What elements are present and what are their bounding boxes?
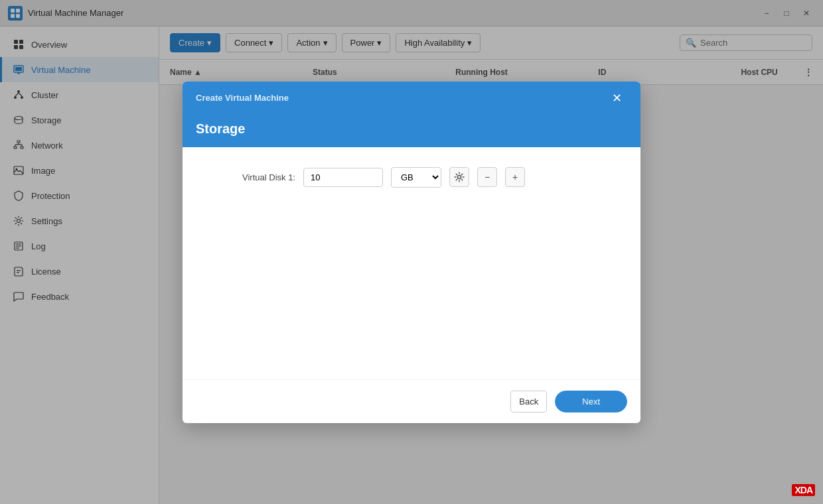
next-button[interactable]: Next bbox=[555, 391, 627, 412]
create-vm-modal: Create Virtual Machine ✕ Storage Virtual… bbox=[183, 82, 640, 423]
svg-point-33 bbox=[458, 176, 461, 179]
disk-unit-select[interactable]: GB MB TB bbox=[391, 167, 441, 188]
disk-remove-button[interactable]: − bbox=[477, 167, 497, 187]
modal-overlay: Create Virtual Machine ✕ Storage Virtual… bbox=[0, 0, 823, 504]
modal-header: Create Virtual Machine ✕ bbox=[183, 82, 640, 115]
modal-close-button[interactable]: ✕ bbox=[607, 90, 627, 107]
back-button[interactable]: Back bbox=[510, 391, 547, 412]
disk-size-input[interactable] bbox=[303, 168, 383, 187]
modal-footer: Back Next bbox=[183, 379, 640, 423]
watermark-logo: XDA bbox=[792, 484, 815, 496]
disk-add-button[interactable]: + bbox=[505, 167, 525, 187]
watermark: XDA bbox=[792, 484, 815, 496]
disk-settings-button[interactable] bbox=[449, 167, 469, 187]
modal-body: Virtual Disk 1: GB MB TB − + bbox=[183, 147, 640, 379]
modal-section-header: Storage bbox=[183, 115, 640, 147]
modal-title: Create Virtual Machine bbox=[196, 93, 289, 103]
virtual-disk-row: Virtual Disk 1: GB MB TB − + bbox=[209, 167, 614, 188]
modal-section-title: Storage bbox=[196, 121, 627, 137]
disk-label: Virtual Disk 1: bbox=[209, 172, 295, 182]
